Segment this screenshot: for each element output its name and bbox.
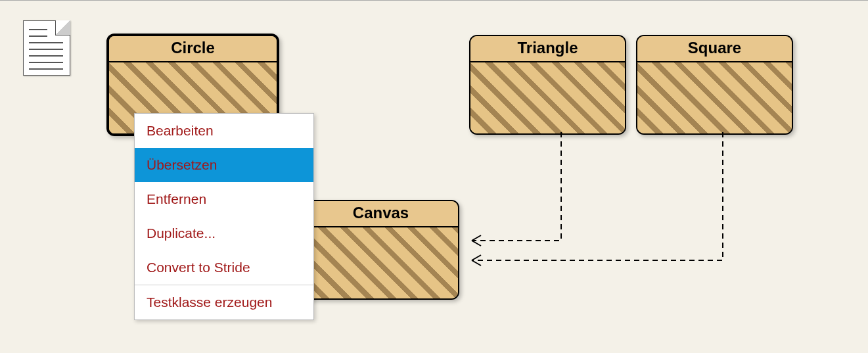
- menu-item-compile[interactable]: Übersetzen: [135, 148, 313, 182]
- menu-item-remove[interactable]: Entfernen: [135, 182, 313, 216]
- class-box-triangle[interactable]: Triangle: [469, 35, 626, 135]
- class-title: Square: [637, 36, 792, 62]
- class-box-canvas[interactable]: Canvas: [302, 200, 459, 300]
- diagram-canvas[interactable]: Circle Triangle Square Canvas Bearbeiten…: [0, 0, 868, 353]
- menu-item-edit[interactable]: Bearbeiten: [135, 114, 313, 148]
- menu-item-duplicate[interactable]: Duplicate...: [135, 216, 313, 250]
- class-box-square[interactable]: Square: [636, 35, 793, 135]
- class-body: [637, 62, 792, 135]
- class-body: [304, 227, 458, 300]
- class-title: Circle: [109, 36, 277, 62]
- class-body: [470, 62, 625, 135]
- class-title: Triangle: [470, 36, 625, 62]
- context-menu: Bearbeiten Übersetzen Entfernen Duplicat…: [134, 113, 314, 320]
- class-title: Canvas: [304, 201, 458, 227]
- menu-item-convert-stride[interactable]: Convert to Stride: [135, 250, 313, 285]
- readme-document-icon[interactable]: [23, 20, 70, 76]
- menu-item-create-test[interactable]: Testklasse erzeugen: [135, 285, 313, 319]
